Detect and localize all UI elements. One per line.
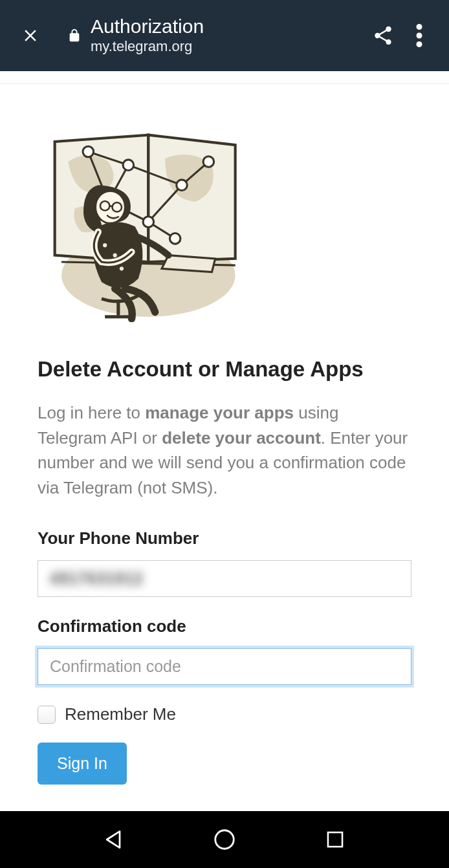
phone-input[interactable]: 4917631912 — [38, 560, 411, 597]
close-button[interactable] — [14, 19, 47, 52]
svg-point-7 — [143, 217, 154, 228]
nav-back-button[interactable] — [96, 821, 132, 858]
header-divider — [0, 71, 449, 84]
page-identity: Authorization my.telegram.org — [91, 16, 204, 55]
more-vert-icon — [416, 24, 422, 47]
svg-point-10 — [170, 233, 181, 244]
svg-point-5 — [123, 160, 134, 171]
site-security — [67, 27, 82, 44]
phone-field-group: Your Phone Number 4917631912 — [38, 528, 411, 597]
code-field-group: Confirmation code — [38, 616, 411, 685]
remember-me-row: Remember Me — [38, 704, 411, 724]
home-circle-icon — [212, 827, 237, 852]
svg-point-0 — [417, 24, 422, 30]
back-triangle-icon — [102, 828, 126, 851]
phone-value: 4917631912 — [50, 569, 143, 588]
svg-point-8 — [177, 180, 188, 191]
nav-recent-button[interactable] — [317, 821, 353, 858]
intro-text: Log in here to manage your apps using Te… — [38, 400, 411, 500]
remember-me-label: Remember Me — [65, 704, 176, 724]
svg-point-19 — [215, 830, 234, 849]
svg-rect-20 — [328, 832, 342, 847]
overflow-menu-button[interactable] — [401, 17, 437, 54]
system-nav-bar — [0, 811, 449, 868]
remember-me-checkbox[interactable] — [38, 706, 56, 724]
page-heading: Delete Account or Manage Apps — [38, 356, 411, 382]
svg-point-4 — [83, 146, 94, 157]
intro-bold-1: manage your apps — [145, 403, 294, 422]
confirmation-code-input[interactable] — [38, 648, 411, 685]
intro-part-1: Log in here to — [38, 403, 145, 422]
recent-square-icon — [324, 829, 346, 851]
main-content: Delete Account or Manage Apps Log in her… — [0, 84, 449, 785]
page-title-text: Authorization — [91, 16, 204, 37]
svg-point-9 — [203, 157, 214, 168]
sign-in-button[interactable]: Sign In — [38, 743, 127, 785]
phone-label: Your Phone Number — [38, 528, 411, 548]
svg-point-17 — [120, 266, 124, 270]
svg-point-15 — [113, 254, 117, 257]
page-url-text: my.telegram.org — [91, 38, 204, 55]
code-label: Confirmation code — [38, 616, 411, 636]
telegram-illustration — [41, 122, 242, 322]
close-icon — [21, 26, 40, 45]
nav-home-button[interactable] — [206, 821, 243, 858]
share-icon — [372, 25, 394, 47]
intro-bold-2: delete your account — [162, 428, 321, 448]
svg-point-1 — [417, 33, 422, 39]
svg-point-2 — [417, 41, 422, 47]
svg-point-14 — [103, 243, 107, 247]
browser-top-bar: Authorization my.telegram.org — [0, 0, 449, 71]
share-button[interactable] — [365, 17, 401, 54]
lock-icon — [67, 27, 82, 44]
